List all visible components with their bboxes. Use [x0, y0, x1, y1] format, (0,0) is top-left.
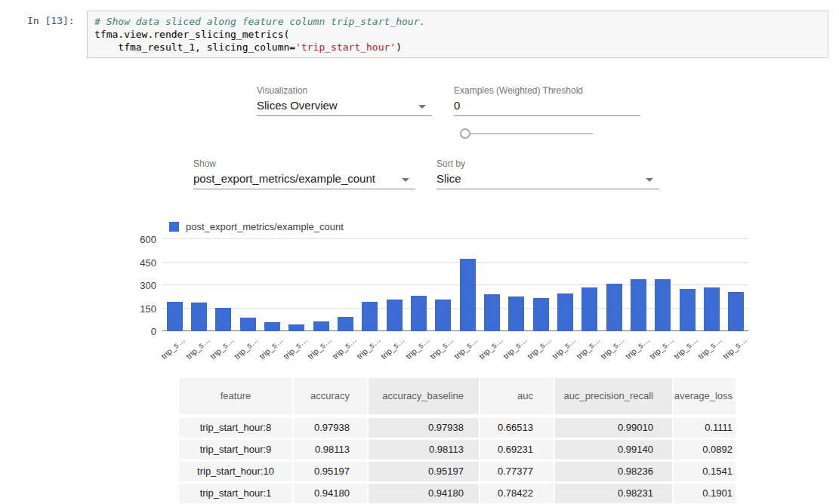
x-tick-label: trip_s… [233, 335, 260, 361]
code-text: # Show data sliced along feature column … [94, 15, 821, 54]
bar-slot: trip_s… [699, 239, 723, 331]
x-tick-label: trip_s… [477, 335, 504, 361]
sort-by-value: Slice [436, 172, 461, 185]
x-tick-label: trip_s… [257, 335, 284, 361]
column-header-accuracy[interactable]: accuracy [294, 378, 367, 414]
slider-track[interactable] [465, 133, 593, 134]
x-tick-label: trip_s… [452, 335, 480, 361]
bar-chart: trip_s…trip_s…trip_s…trip_s…trip_s…trip_… [162, 239, 748, 331]
threshold-slider[interactable] [460, 128, 593, 140]
y-axis: 0150300450600 [113, 239, 156, 331]
metric-cell: 0.0892 [674, 440, 736, 459]
column-header-auc_precision_recall[interactable]: auc_precision_recall [555, 378, 672, 414]
bar-slot: trip_s… [578, 239, 602, 331]
metric-cell: 0.98113 [294, 440, 367, 459]
sort-by-label: Sort by [436, 158, 465, 169]
bar [264, 322, 280, 331]
x-tick-label: trip_s… [403, 335, 430, 361]
bar-slot: trip_s… [162, 239, 187, 331]
x-tick-label: trip_s… [208, 335, 236, 361]
show-label: Show [193, 158, 216, 169]
bar-slot: trip_s… [260, 239, 284, 331]
x-tick-label: trip_s… [355, 335, 382, 361]
metric-cell: 0.77377 [480, 462, 554, 481]
threshold-input[interactable]: 0 [454, 97, 640, 116]
bar-slot: trip_s… [504, 239, 529, 331]
bar [533, 298, 549, 331]
bar-slot: trip_s… [333, 239, 357, 331]
bar [435, 300, 451, 331]
bar [411, 296, 427, 331]
x-tick-label: trip_s… [550, 335, 577, 361]
bar [167, 302, 183, 331]
dropdown-arrow-icon [418, 105, 426, 109]
column-header-accuracy_baseline[interactable]: accuracy_baseline [369, 378, 479, 414]
bars: trip_s…trip_s…trip_s…trip_s…trip_s…trip_… [162, 239, 748, 331]
cell-prompt: In [13]: [27, 15, 75, 26]
metric-cell: 0.94180 [369, 484, 479, 503]
bar [557, 293, 573, 331]
bar-slot: trip_s… [358, 239, 382, 331]
code-line2: tfma.view.render_slicing_metrics( [94, 29, 289, 40]
bar-slot: trip_s… [431, 239, 455, 331]
bar [460, 259, 476, 331]
bar-slot: trip_s… [382, 239, 406, 331]
bar-slot: trip_s… [187, 239, 211, 331]
x-tick-label: trip_s… [648, 335, 675, 361]
metric-cell: 0.94180 [294, 484, 367, 503]
metric-cell: 0.95197 [369, 462, 479, 481]
bar-slot: trip_s… [406, 239, 430, 331]
bar [338, 317, 353, 331]
metrics-table: featureaccuracyaccuracy_baselineaucauc_p… [179, 378, 736, 504]
slider-knob[interactable] [460, 128, 470, 139]
x-tick-label: trip_s… [379, 335, 406, 361]
code-comment: # Show data sliced along feature column … [94, 16, 425, 27]
bar-slot: trip_s… [285, 239, 309, 331]
column-header-auc[interactable]: auc [480, 378, 554, 414]
code-line3-pre: tfma_result_1, slicing_column= [94, 41, 295, 53]
x-tick-label: trip_s… [428, 335, 455, 361]
x-tick-label: trip_s… [501, 335, 529, 361]
metric-cell: 0.1901 [674, 484, 736, 503]
metric-cell: 0.99010 [555, 418, 672, 438]
bar-slot: trip_s… [602, 239, 626, 331]
feature-cell: trip_start_hour:8 [179, 418, 292, 438]
y-tick-label: 0 [113, 326, 156, 337]
notebook-page: In [13]: # Show data sliced along featur… [0, 0, 839, 504]
code-line3-post: ) [396, 41, 402, 53]
metric-cell: 0.97938 [294, 418, 367, 438]
bar [313, 321, 329, 331]
column-header-average_loss[interactable]: average_loss [674, 378, 736, 414]
x-tick-label: trip_s… [599, 335, 626, 361]
code-editor[interactable]: # Show data sliced along feature column … [87, 11, 828, 58]
metric-cell: 0.1111 [674, 418, 736, 438]
show-select[interactable]: post_export_metrics/example_count [193, 171, 415, 189]
code-string: 'trip_start_hour' [295, 41, 396, 53]
visualization-label: Visualization [257, 85, 307, 96]
sort-by-select[interactable]: Slice [436, 171, 659, 189]
column-header-feature[interactable]: feature [179, 378, 292, 414]
bar [215, 308, 231, 331]
x-tick-label: trip_s… [159, 335, 187, 361]
metric-cell: 0.97938 [369, 418, 479, 438]
bar [728, 292, 744, 331]
bar [387, 300, 403, 331]
x-tick-label: trip_s… [330, 335, 357, 361]
table-body: trip_start_hour:80.979380.979380.665130.… [179, 418, 736, 503]
bar [362, 302, 378, 331]
metric-cell: 0.69231 [480, 440, 554, 459]
show-value: post_export_metrics/example_count [193, 172, 375, 185]
visualization-select[interactable]: Slices Overview [257, 97, 432, 116]
legend-swatch-icon [169, 222, 179, 232]
metric-cell: 0.98231 [555, 484, 672, 503]
y-tick-label: 300 [113, 280, 156, 291]
bar [484, 294, 500, 331]
bar-slot: trip_s… [675, 239, 699, 331]
feature-cell: trip_start_hour:1 [179, 484, 292, 503]
bar-slot: trip_s… [626, 239, 650, 331]
dropdown-arrow-icon [402, 178, 409, 182]
bar [655, 279, 671, 331]
x-tick-label: trip_s… [623, 335, 650, 361]
x-tick-label: trip_s… [575, 335, 602, 361]
bar-slot: trip_s… [651, 239, 675, 331]
